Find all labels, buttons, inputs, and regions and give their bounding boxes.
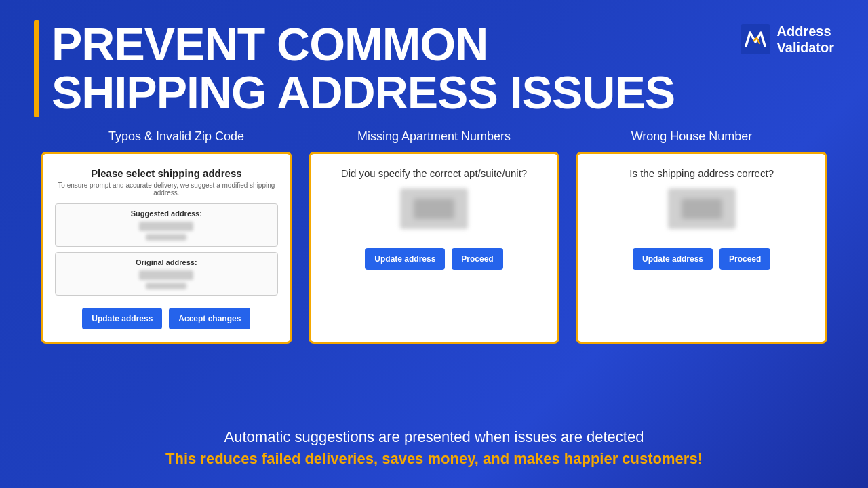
original-label: Original address: xyxy=(62,258,271,266)
card2-update-button[interactable]: Update address xyxy=(365,248,445,270)
card3-blurred-inner xyxy=(682,199,722,219)
main-container: PREVENT COMMON SHIPPING ADDRESS ISSUES A… xyxy=(0,0,868,488)
footer-orange-text: This reduces failed deliveries, saves mo… xyxy=(34,450,834,468)
cards-row: Please select shipping address To ensure… xyxy=(34,152,834,344)
title-line2: SHIPPING ADDRESS ISSUES xyxy=(52,66,675,118)
card-house-number: Is the shipping address correct? Update … xyxy=(576,152,827,344)
card1-title: Please select shipping address xyxy=(91,167,242,179)
footer: Automatic suggestions are presented when… xyxy=(34,428,834,468)
card2-blurred-image xyxy=(400,188,468,229)
logo: Address Validator xyxy=(741,23,834,56)
card3-proceed-button[interactable]: Proceed xyxy=(719,248,770,270)
card2-buttons: Update address Proceed xyxy=(365,248,502,270)
suggested-address-blurred xyxy=(139,222,193,231)
suggested-label: Suggested address: xyxy=(62,209,271,218)
page-title: PREVENT COMMON SHIPPING ADDRESS ISSUES xyxy=(52,20,675,117)
footer-white-text: Automatic suggestions are presented when… xyxy=(34,428,834,446)
card1-buttons: Update address Accept changes xyxy=(82,308,250,329)
section-label-2: Missing Apartment Numbers xyxy=(305,129,563,144)
card2-question: Did you specify the correct apt/suite/un… xyxy=(341,167,527,179)
original-address-blurred-2 xyxy=(146,283,186,289)
title-line1: PREVENT COMMON xyxy=(52,18,488,70)
header: PREVENT COMMON SHIPPING ADDRESS ISSUES A… xyxy=(34,20,834,117)
section-label-3: Wrong House Number xyxy=(563,129,821,144)
card3-buttons: Update address Proceed xyxy=(633,248,770,270)
card2-blurred-inner xyxy=(414,199,454,219)
suggested-address-box: Suggested address: xyxy=(55,203,278,247)
logo-icon xyxy=(741,24,770,54)
original-address-blurred xyxy=(139,270,193,280)
card3-update-button[interactable]: Update address xyxy=(633,248,713,270)
title-block: PREVENT COMMON SHIPPING ADDRESS ISSUES xyxy=(34,20,675,117)
card1-accept-button[interactable]: Accept changes xyxy=(169,308,250,329)
section-labels-row: Typos & Invalid Zip Code Missing Apartme… xyxy=(34,129,834,144)
original-address-box: Original address: xyxy=(55,252,278,296)
card3-blurred-image xyxy=(668,188,736,229)
logo-text: Address Validator xyxy=(777,23,834,56)
title-accent-bar xyxy=(34,20,39,117)
card-apartment: Did you specify the correct apt/suite/un… xyxy=(309,152,560,344)
card1-update-button[interactable]: Update address xyxy=(82,308,162,329)
card1-subtitle: To ensure prompt and accurate delivery, … xyxy=(55,182,278,197)
suggested-address-blurred-2 xyxy=(146,234,186,241)
section-label-1: Typos & Invalid Zip Code xyxy=(47,129,305,144)
card-typos: Please select shipping address To ensure… xyxy=(41,152,292,344)
card2-proceed-button[interactable]: Proceed xyxy=(452,248,502,270)
card3-question: Is the shipping address correct? xyxy=(629,167,774,179)
